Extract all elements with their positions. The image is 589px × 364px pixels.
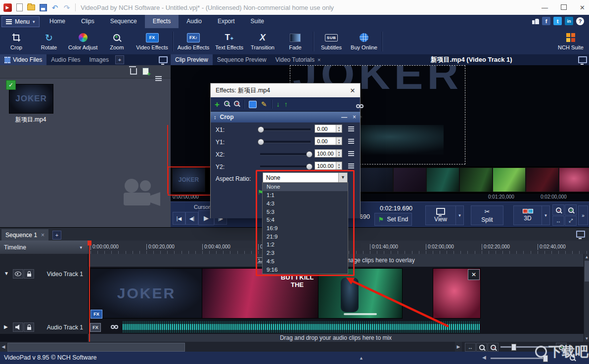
tab-video-tutorials[interactable]: Video Tutorials ×	[271, 54, 325, 65]
tab-export[interactable]: Export	[210, 15, 243, 28]
save-template-icon[interactable]	[249, 101, 257, 108]
x1-slider-thumb[interactable]	[258, 126, 264, 133]
track-lock-button[interactable]	[24, 269, 34, 279]
y1-spinbox[interactable]: 0.00▲▼	[315, 137, 342, 145]
threed-dropdown-arrow[interactable]: ▾	[542, 205, 550, 225]
tab-clip-preview[interactable]: Clip Preview	[171, 54, 213, 65]
timeline-clip-3[interactable]	[318, 268, 403, 319]
zoom-add-icon[interactable]: +	[224, 101, 229, 108]
dialog-titlebar[interactable]: Effects: 新项目.mp4 ✕	[211, 83, 360, 97]
tab-video-files[interactable]: Video Files	[0, 54, 46, 65]
tab-clips[interactable]: Clips	[73, 15, 102, 28]
subtitles-button[interactable]: SUB Subtitles	[315, 28, 348, 54]
tab-effects[interactable]: Effects	[145, 15, 179, 28]
x2-spinbox[interactable]: 100.00▲▼	[315, 149, 342, 158]
remove-panel-icon[interactable]: ×	[353, 114, 356, 121]
close-button[interactable]: ✕	[580, 4, 585, 11]
audio-waveform[interactable]	[123, 321, 480, 333]
fit-timeline-icon[interactable]: ↔	[465, 343, 476, 352]
spin-arrows-icon[interactable]: ▲▼	[336, 150, 342, 157]
crop-button[interactable]: Crop	[0, 28, 33, 54]
zoom-out-icon[interactable]: −	[552, 204, 564, 215]
filmstrip-frame[interactable]	[426, 167, 459, 192]
zoom-button[interactable]: Zoom	[100, 28, 133, 54]
undo-icon[interactable]: ↶	[50, 3, 59, 12]
option-21-9[interactable]: 21:9	[263, 232, 348, 241]
detach-preview-icon[interactable]	[578, 56, 587, 63]
option-none[interactable]: None	[263, 183, 348, 191]
timeline-clip-2[interactable]: BUT I KILL THE	[202, 268, 319, 319]
option-5-4[interactable]: 5:4	[263, 216, 348, 224]
param-menu-icon[interactable]	[348, 163, 354, 164]
add-bin-tab-button[interactable]: +	[115, 55, 124, 64]
x2-slider-thumb[interactable]	[306, 151, 313, 158]
tab-images[interactable]: Images	[85, 54, 113, 65]
detach-panel-icon[interactable]	[159, 56, 168, 63]
y2-slider-thumb[interactable]	[306, 163, 313, 170]
collapse-track-icon[interactable]: ▼	[4, 271, 9, 276]
buy-online-button[interactable]: Buy Online	[348, 28, 380, 54]
audio-track-lane[interactable]: FX	[88, 320, 584, 334]
tab-audio[interactable]: Audio	[179, 15, 210, 28]
add-sequence-button[interactable]: +	[52, 231, 61, 240]
y2-slider[interactable]	[260, 165, 311, 168]
tab-sequence-preview[interactable]: Sequence Preview	[213, 54, 271, 65]
clip-fx-badge[interactable]: FX	[91, 310, 102, 319]
fit-width-icon[interactable]: ↔	[552, 216, 564, 226]
twitter-icon[interactable]: t	[553, 17, 562, 25]
text-effects-button[interactable]: T✦ Text Effects	[212, 28, 246, 54]
detach-timeline-icon[interactable]	[576, 231, 585, 238]
track-visibility-button[interactable]	[13, 269, 23, 279]
add-file-icon[interactable]	[142, 68, 149, 75]
tab-sequence[interactable]: Sequence	[102, 15, 145, 28]
audio-fx-badge[interactable]: FX	[90, 323, 101, 332]
maximize-button[interactable]	[561, 4, 567, 11]
track-mute-button[interactable]	[13, 323, 23, 332]
x1-spinbox[interactable]: 0.00▲▼	[315, 124, 342, 133]
close-tab-icon[interactable]: ×	[317, 54, 320, 65]
option-4-3[interactable]: 4:3	[263, 199, 348, 207]
option-5-3[interactable]: 5:3	[263, 207, 348, 216]
x2-slider[interactable]	[260, 153, 311, 156]
filmstrip-frame[interactable]	[360, 167, 393, 192]
move-down-icon[interactable]: ↓	[276, 100, 280, 108]
color-adjust-button[interactable]: Color Adjust	[65, 28, 100, 54]
timeline-mode-selector[interactable]: Timeline ▾	[0, 241, 89, 254]
scroll-right-icon[interactable]: ▶	[455, 342, 462, 352]
filmstrip-frame[interactable]	[526, 167, 559, 192]
timeline-vscrollbar[interactable]: ▲ ▼	[584, 254, 589, 342]
spin-arrows-icon[interactable]: ▲▼	[336, 162, 342, 169]
split-button[interactable]: ✂ Split	[471, 205, 503, 225]
move-up-icon[interactable]: ↑	[284, 100, 288, 108]
crop-panel-header[interactable]: ↕ Crop — ×	[211, 112, 360, 122]
timeline-hscrollbar[interactable]: ◀ ▶ ↔ − +	[0, 342, 589, 352]
zoom-in-icon[interactable]: +	[565, 204, 577, 215]
bin-clip-label[interactable]: 新项目.mp4	[3, 116, 58, 124]
filmstrip-frame[interactable]	[493, 167, 526, 192]
video-track-lane[interactable]: JOKER FX BUT I KILL THE ✕	[88, 267, 584, 320]
filmstrip-frame[interactable]	[559, 167, 589, 192]
rotate-button[interactable]: ↻ Rotate	[33, 28, 65, 54]
y2-spinbox[interactable]: 100.00▲▼	[315, 162, 342, 170]
x1-slider[interactable]	[260, 128, 311, 131]
timeline-clip-1[interactable]: JOKER	[90, 268, 203, 319]
timeline-zoom-knob[interactable]	[511, 344, 516, 351]
option-1-1[interactable]: 1:1	[263, 191, 348, 200]
param-menu-icon[interactable]	[348, 126, 354, 127]
help-icon[interactable]: ?	[576, 17, 584, 25]
option-16-9[interactable]: 16:9	[263, 224, 348, 233]
aspect-ratio-combobox[interactable]: None ▼	[263, 172, 348, 183]
combo-arrow-icon[interactable]: ▼	[338, 173, 347, 182]
spin-arrows-icon[interactable]: ▲▼	[336, 125, 342, 132]
remove-effect-icon[interactable]: ×	[234, 101, 239, 108]
timeline-zoom-out-icon[interactable]: −	[488, 343, 498, 352]
transition-button[interactable]: X Transition	[246, 28, 279, 54]
prev-frame-button[interactable]: ◀|	[185, 212, 198, 225]
option-1-2[interactable]: 1:2	[263, 241, 348, 249]
zoom-selection-icon[interactable]	[476, 343, 487, 352]
edit-icon[interactable]: ✎	[261, 100, 267, 108]
minimize-button[interactable]: —	[542, 4, 548, 11]
dialog-close-button[interactable]: ✕	[345, 83, 360, 97]
expand-track-icon[interactable]: ▶	[4, 324, 8, 329]
facebook-icon[interactable]: f	[542, 17, 550, 25]
